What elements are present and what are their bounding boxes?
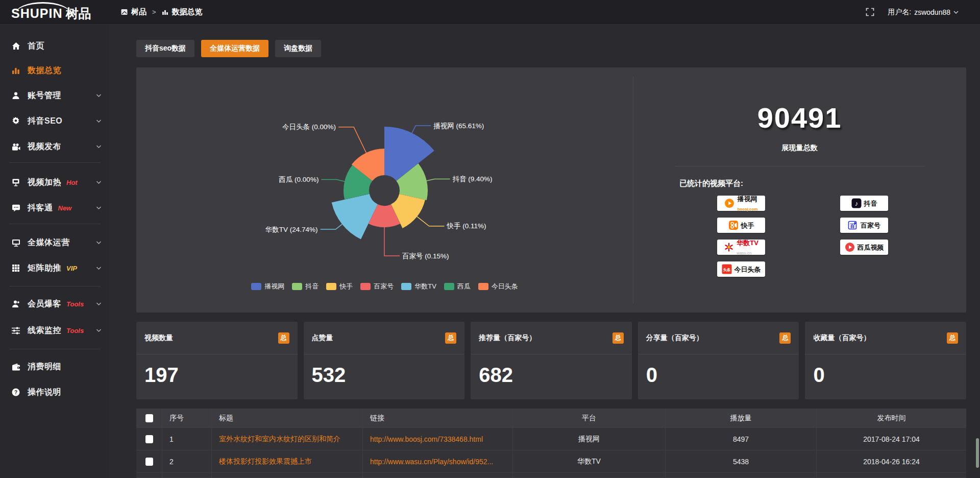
header-cell-播放量: 播放量 [666,409,817,427]
sidebar-item-消费明细[interactable]: 消费明细 [0,360,110,374]
douyin-logo-icon: ♪ [851,198,862,208]
platform-badges-left: 播视网boosj.com快手华数TVwasu.cn头条今日头条 [717,196,765,277]
legend-item-播视网[interactable]: 播视网 [251,282,284,291]
total-badge: 总 [445,332,456,344]
sidebar-item-视频发布[interactable]: 视频发布 [0,139,110,154]
pie-label-line [427,179,450,181]
topbar: SHUPIN 树品 树品 > 数据总览 用户名: zswodun88 [0,0,980,25]
platform-name: 华数TV [737,239,758,247]
cell-platform: 播视网 [513,428,666,450]
sidebar-item-首页[interactable]: 首页 [0,39,110,53]
sidebar-item-抖客通[interactable]: 抖客通New [0,201,110,215]
header-cell-发布时间: 发布时间 [817,409,966,427]
username: zswodun88 [914,8,950,16]
sidebar-item-badge: Hot [66,179,78,186]
sidebar-item-badge: VIP [66,265,77,272]
legend-swatch [326,283,336,290]
boosj-logo-icon [724,198,734,208]
sliders-icon [11,327,20,334]
kuaishou-logo-icon [728,220,739,230]
pie-label: 华数TV (24.74%) [265,226,318,233]
total-badge: 总 [779,332,791,344]
chart-bar-icon [11,66,20,75]
breadcrumb-current[interactable]: 数据总览 [172,7,203,17]
cell-checkbox [136,473,162,478]
sidebar-item-视频加热[interactable]: 视频加热Hot [0,175,110,189]
platform-badge-华数TV: 华数TVwasu.cn [717,240,765,255]
tab-全媒体运营数据[interactable]: 全媒体运营数据 [201,40,268,57]
sidebar-item-矩阵助推[interactable]: 矩阵助推VIP [0,261,110,275]
row-checkbox[interactable] [145,458,153,466]
pie-label: 播视网 (65.61%) [433,122,484,130]
wallet-icon [11,363,20,371]
fullscreen-icon[interactable] [866,8,874,16]
sidebar-item-数据总览[interactable]: 数据总览 [0,63,110,78]
cell-views: 8497 [666,428,817,450]
legend-item-今日头条[interactable]: 今日头条 [478,282,518,291]
total-impressions-value: 90491 [633,101,966,134]
chevron-down-icon [96,328,102,333]
pie-label-line [321,180,345,182]
select-all-checkbox[interactable] [145,414,153,422]
sidebar-item-label: 视频加热 [28,177,61,188]
sidebar-item-label: 全媒体运营 [28,237,70,248]
user-menu[interactable]: 用户名: zswodun88 [888,8,959,17]
pie-label-line [384,227,400,256]
sidebar-item-label: 消费明细 [28,362,61,372]
sidebar-item-label: 操作说明 [28,387,61,398]
pie-label-line [321,224,342,229]
svg-text:?: ? [14,390,17,395]
tab-抖音seo数据[interactable]: 抖音seo数据 [136,40,194,57]
header-cell-序号: 序号 [162,409,212,427]
tab-询盘数据[interactable]: 询盘数据 [275,40,321,57]
breadcrumb-root[interactable]: 树品 [131,7,146,17]
scrollbar-thumb[interactable] [976,438,979,468]
sidebar-item-线索监控[interactable]: 线索监控Tools [0,323,110,338]
pie-slice-华数TV[interactable] [332,194,378,240]
svg-text:头条: 头条 [723,268,731,272]
sidebar-item-账号管理[interactable]: 账号管理 [0,88,110,103]
videos-table: 序号标题链接平台播放量发布时间1室外水纹灯和室内水纹灯的区别和简介http://… [136,409,966,478]
sidebar-item-抖音SEO[interactable]: 抖音SEO [0,114,110,128]
platform-badge-快手: 快手 [717,218,765,233]
legend-item-抖音[interactable]: 抖音 [292,282,318,291]
total-badge: 总 [947,332,958,344]
platform-name: 抖音 [864,200,877,207]
sidebar-divider [9,162,101,163]
legend-label: 西瓜 [457,282,471,291]
legend-swatch [360,283,371,290]
stat-card-推荐量（百家号）: 推荐量（百家号）总682 [471,322,632,399]
chevron-down-icon [96,301,102,306]
platforms-label: 已统计的视频平台: [679,179,743,188]
cell-title[interactable]: 楼体投影灯投影效果震撼上市 [212,450,363,472]
cell-seq: 2 [162,450,212,472]
baijiahao-logo-icon: 百 [848,220,858,230]
bar-chart-icon [162,9,168,15]
table-row-partial [136,473,966,478]
stat-card-分享量（百家号）: 分享量（百家号）总0 [638,322,799,399]
sidebar-item-会员爆客[interactable]: 会员爆客Tools [0,297,110,311]
pie-label: 今日头条 (0.00%) [282,123,336,131]
legend-item-华数TV[interactable]: 华数TV [401,282,436,291]
cell-views: 5438 [666,450,817,472]
legend-item-快手[interactable]: 快手 [326,282,353,291]
cell-time: 2017-08-24 17:04 [817,428,966,450]
platform-badge-西瓜视频: 西瓜视频 [840,240,888,255]
cell-title[interactable]: 室外水纹灯和室内水纹灯的区别和简介 [212,428,363,450]
chevron-down-icon [96,266,102,271]
main-content: 抖音seo数据全媒体运营数据询盘数据 播视网 (65.61%)抖音 (9.40%… [136,25,966,478]
sidebar-item-label: 账号管理 [28,90,61,101]
stat-card-value: 682 [471,354,632,387]
row-checkbox[interactable] [145,435,153,443]
sidebar-item-操作说明[interactable]: ?操作说明 [0,385,110,399]
chevron-down-icon [96,205,102,210]
legend-item-百家号[interactable]: 百家号 [360,282,394,291]
pie-label-line [417,217,445,226]
cell-link[interactable]: http://www.boosj.com/7338468.html [363,428,513,450]
app-logo: SHUPIN 树品 [0,0,110,25]
sidebar-item-全媒体运营[interactable]: 全媒体运营 [0,235,110,250]
cell-link[interactable]: http://www.wasu.cn/Play/show/id/952... [363,450,513,472]
legend-item-西瓜[interactable]: 西瓜 [444,282,471,291]
question-icon: ? [11,388,20,396]
topbar-right: 用户名: zswodun88 [866,8,959,17]
